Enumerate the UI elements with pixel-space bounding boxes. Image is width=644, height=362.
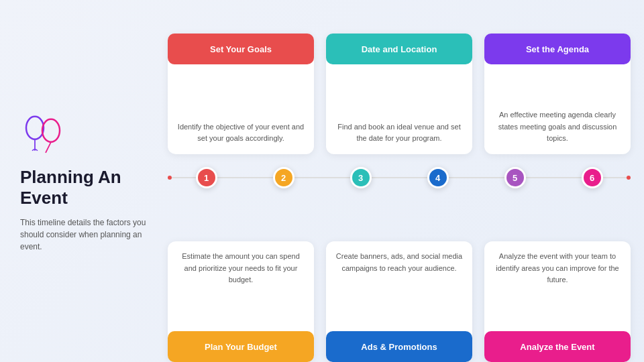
left-panel: Planning An Event This timeline details …	[20, 109, 154, 253]
card-5-footer: Ads & Promotions	[326, 331, 472, 362]
card-2-header: Date and Location	[326, 34, 472, 64]
dot-2: 2	[273, 167, 294, 188]
card-5-label: Ads & Promotions	[361, 342, 437, 352]
svg-line-3	[46, 142, 51, 153]
card-3-label: Set the Agenda	[526, 44, 589, 54]
card-6-footer: Analyze the Event	[484, 331, 631, 362]
card-5-body: Create banners, ads, and social media ca…	[326, 241, 472, 284]
card-1-header: Set Your Goals	[168, 34, 314, 64]
top-cards-row: Set Your Goals Identify the objective of…	[168, 34, 631, 154]
card-4-footer: Plan Your Budget	[168, 331, 314, 362]
card-ads-promotions: Create banners, ads, and social media ca…	[326, 241, 472, 362]
card-4-body: Estimate the amount you can spend and pr…	[168, 241, 314, 296]
card-3-text: An effective meeting agenda clearly stat…	[494, 109, 621, 145]
card-set-agenda: Set the Agenda An effective meeting agen…	[484, 34, 631, 154]
card-3-header: Set the Agenda	[484, 34, 631, 64]
timeline-area: Set Your Goals Identify the objective of…	[154, 34, 637, 342]
card-4-label: Plan Your Budget	[205, 342, 277, 352]
card-1-text: Identify the objective of your event and…	[177, 121, 305, 145]
timeline-line	[168, 177, 631, 178]
bottom-cards-row: Estimate the amount you can spend and pr…	[168, 241, 631, 362]
svg-point-0	[26, 117, 44, 139]
svg-point-2	[42, 119, 60, 142]
dot-4: 4	[427, 167, 449, 188]
dot-1: 1	[196, 167, 217, 188]
card-3-body: An effective meeting agenda clearly stat…	[484, 99, 631, 154]
card-6-text: Analyze the event with your team to iden…	[494, 251, 621, 286]
card-4-text: Estimate the amount you can spend and pr…	[177, 251, 305, 286]
card-analyze-event: Analyze the event with your team to iden…	[484, 241, 631, 362]
card-set-goals: Set Your Goals Identify the objective of…	[168, 34, 314, 154]
card-date-location: Date and Location Find and book an ideal…	[326, 34, 472, 154]
card-6-label: Analyze the Event	[520, 342, 594, 352]
dot-3: 3	[350, 167, 372, 188]
subtitle: This timeline details the factors you sh…	[20, 217, 154, 253]
main-title: Planning An Event	[20, 167, 154, 208]
timeline-end-right	[627, 176, 631, 180]
card-2-body: Find and book an ideal venue and set the…	[326, 111, 472, 154]
dot-6: 6	[582, 167, 603, 188]
dot-5: 5	[504, 167, 526, 188]
balloon-decoration	[20, 109, 154, 159]
page: Planning An Event This timeline details …	[0, 0, 644, 362]
card-1-label: Set Your Goals	[210, 44, 272, 54]
card-1-body: Identify the objective of your event and…	[168, 111, 314, 154]
card-2-label: Date and Location	[362, 44, 437, 54]
card-5-text: Create banners, ads, and social media ca…	[335, 251, 463, 274]
card-6-body: Analyze the event with your team to iden…	[484, 241, 631, 296]
card-plan-budget: Estimate the amount you can spend and pr…	[168, 241, 314, 362]
card-2-text: Find and book an ideal venue and set the…	[335, 121, 463, 145]
timeline-end-left	[168, 176, 172, 180]
timeline-row: 1 2 3 4 5 6	[168, 158, 631, 198]
